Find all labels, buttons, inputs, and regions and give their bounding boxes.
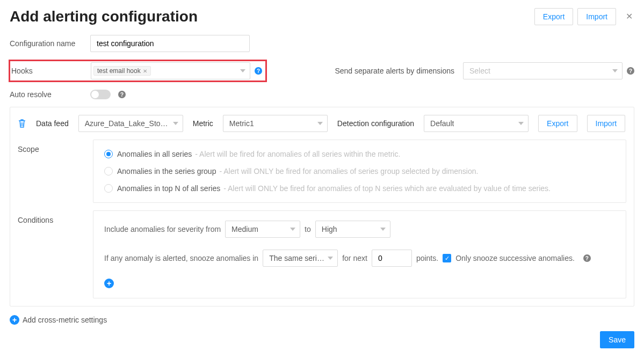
hooks-highlight: Hooks test email hook ✕ ? xyxy=(9,60,267,82)
conditions-panel: Include anomalies for severity from Medi… xyxy=(93,210,626,298)
auto-resolve-toggle[interactable] xyxy=(90,90,111,99)
metric-select[interactable]: Metric1 xyxy=(223,115,328,132)
metric-value: Metric1 xyxy=(229,119,254,128)
snooze-points: points. xyxy=(416,254,438,262)
severity-prefix: Include anomalies for severity from xyxy=(104,225,221,233)
auto-resolve-help-icon[interactable]: ? xyxy=(118,91,126,98)
hook-tag-label: test email hook xyxy=(97,67,141,75)
config-name-input[interactable] xyxy=(90,35,250,52)
snooze-scope-value: The same series xyxy=(269,254,324,262)
severity-from-select[interactable]: Medium xyxy=(225,221,300,238)
scope-all-desc: - Alert will be fired for anomalies of a… xyxy=(195,150,400,158)
chevron-down-icon xyxy=(173,122,178,125)
panel-export-button[interactable]: Export xyxy=(538,115,577,132)
config-name-label: Configuration name xyxy=(10,39,90,48)
hook-tag: test email hook ✕ xyxy=(93,66,151,76)
trash-icon[interactable] xyxy=(18,119,26,128)
export-button[interactable]: Export xyxy=(534,8,573,25)
snooze-value-input[interactable] xyxy=(372,250,412,267)
dimensions-help-icon[interactable]: ? xyxy=(627,67,634,75)
detection-config-select[interactable]: Default xyxy=(424,115,529,132)
panel-import-button[interactable]: Import xyxy=(587,115,626,132)
scope-all-label: Anomalies in all series xyxy=(117,150,192,158)
add-cross-metric-label[interactable]: Add cross-metric settings xyxy=(23,316,107,324)
close-icon[interactable]: ✕ xyxy=(624,8,634,25)
metric-label: Metric xyxy=(193,119,213,128)
hooks-label: Hooks xyxy=(11,67,91,75)
import-button[interactable]: Import xyxy=(577,8,616,25)
scope-topn-label: Anomalies in top N of all series xyxy=(117,184,220,193)
data-feed-value: Azure_Data_Lake_Storage_Ge xyxy=(85,119,170,128)
severity-to-word: to xyxy=(305,225,311,233)
snooze-help-icon[interactable]: ? xyxy=(583,254,591,262)
data-feed-label: Data feed xyxy=(36,119,69,128)
hooks-select[interactable]: test email hook ✕ xyxy=(91,62,250,79)
detection-config-label: Detection configuration xyxy=(337,119,414,128)
snooze-successive-checkbox[interactable]: ✓ xyxy=(443,254,451,262)
snooze-checkbox-label: Only snooze successive anomalies. xyxy=(455,254,575,262)
hooks-help-icon[interactable]: ? xyxy=(255,67,262,75)
scope-radio-all[interactable] xyxy=(104,150,113,158)
save-button[interactable]: Save xyxy=(600,331,634,348)
snooze-fornext: for next xyxy=(342,254,367,262)
snooze-prefix: If any anomaly is alerted, snooze anomal… xyxy=(104,254,258,262)
scope-radio-group[interactable] xyxy=(104,167,113,176)
chevron-down-icon xyxy=(240,69,245,72)
dimensions-label: Send separate alerts by dimensions xyxy=(335,67,454,75)
scope-label: Scope xyxy=(18,140,93,203)
snooze-scope-select[interactable]: The same series xyxy=(263,250,338,267)
chevron-down-icon xyxy=(290,228,295,231)
metric-panel: Data feed Azure_Data_Lake_Storage_Ge Met… xyxy=(10,107,634,306)
conditions-label: Conditions xyxy=(18,210,93,298)
chevron-down-icon xyxy=(328,257,333,260)
page-title: Add alerting configuration xyxy=(10,8,534,25)
severity-to-value: High xyxy=(322,225,337,233)
add-condition-button[interactable]: + xyxy=(104,279,114,288)
scope-group-label: Anomalies in the series group xyxy=(117,167,216,176)
detection-config-value: Default xyxy=(430,119,454,128)
chevron-down-icon xyxy=(380,228,386,231)
add-cross-metric-icon[interactable]: + xyxy=(10,315,19,325)
chevron-down-icon xyxy=(612,69,618,72)
hook-tag-remove-icon[interactable]: ✕ xyxy=(143,68,147,74)
auto-resolve-label: Auto resolve xyxy=(10,90,90,99)
scope-topn-desc: - Alert will ONLY be fired for anomalies… xyxy=(223,184,551,193)
scope-panel: Anomalies in all series - Alert will be … xyxy=(93,140,626,203)
dimensions-select[interactable]: Select xyxy=(463,62,623,79)
chevron-down-icon xyxy=(518,122,524,125)
scope-radio-topn[interactable] xyxy=(104,184,113,193)
chevron-down-icon xyxy=(317,122,323,125)
dimensions-placeholder: Select xyxy=(469,67,490,75)
data-feed-select[interactable]: Azure_Data_Lake_Storage_Ge xyxy=(78,115,183,132)
severity-from-value: Medium xyxy=(231,225,258,233)
scope-group-desc: - Alert will ONLY be fired for anomalies… xyxy=(219,167,478,176)
severity-to-select[interactable]: High xyxy=(315,221,390,238)
